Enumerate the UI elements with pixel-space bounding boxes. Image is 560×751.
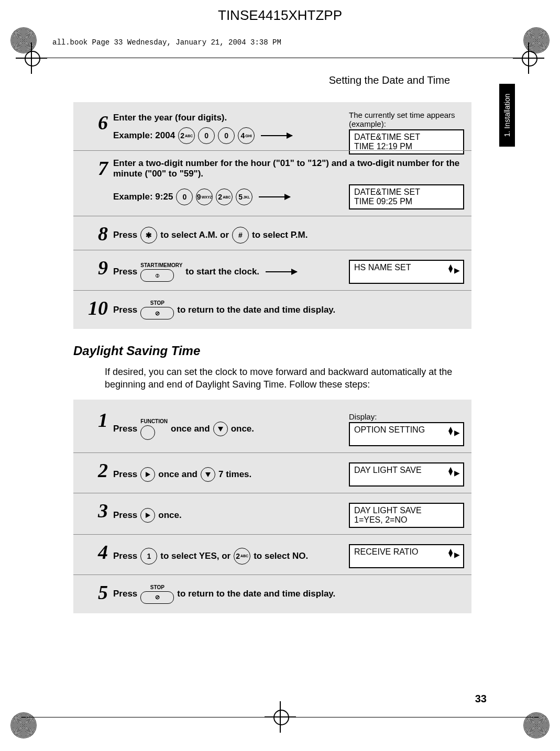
- arrow-icon: [266, 271, 297, 272]
- example-label: Example: 2004: [113, 130, 175, 141]
- key-2[interactable]: 2ABC: [178, 127, 195, 144]
- nav-arrows-icon: ▲▼▶: [447, 426, 460, 435]
- display-note: The currently set time appears (example)…: [349, 111, 464, 128]
- section-title: Daylight Saving Time: [73, 344, 471, 358]
- frame-line-bottom: [21, 717, 539, 717]
- nav-arrows-icon: ▲▼▶: [447, 548, 460, 557]
- key-2[interactable]: 2ABC: [216, 189, 233, 205]
- nav-right-button[interactable]: [140, 467, 155, 482]
- procedure-box-b: 1 Press FUNCTION once and once. Display:…: [73, 400, 471, 613]
- page-number: 33: [475, 693, 487, 705]
- step-number: 3: [79, 501, 108, 521]
- step-b2: 2 Press once and 7 times. DAY LIGHT SAVE…: [73, 452, 471, 489]
- key-9[interactable]: 9WXYZ: [196, 189, 213, 205]
- nav-right-button[interactable]: [140, 508, 155, 523]
- key-5[interactable]: 5JKL: [236, 189, 252, 205]
- step-text-part: once and: [158, 469, 197, 480]
- nav-down-button[interactable]: [213, 422, 228, 436]
- step-text-part: Press: [113, 230, 137, 240]
- stop-button[interactable]: STOP ⊘: [140, 300, 174, 319]
- step-text-part: to select A.M. or: [160, 230, 229, 240]
- step-text-part: Press: [113, 267, 137, 277]
- lcd-display: DATE&TIME SET TIME 09:25 PM: [349, 184, 464, 209]
- step-text-part: Press: [113, 551, 137, 561]
- nav-arrows-icon: ▲▼▶: [447, 264, 460, 273]
- lcd-display: DAY LIGHT SAVE 1=YES, 2=NO: [349, 503, 464, 528]
- step-text-part: once and: [171, 424, 210, 434]
- svg-marker-1: [146, 472, 150, 477]
- step-number: 1: [79, 410, 108, 430]
- step-number: 8: [79, 224, 108, 244]
- arrow-icon: [261, 135, 292, 136]
- key-0[interactable]: 0: [176, 189, 193, 205]
- step-text-part: 7 times.: [218, 469, 251, 480]
- step-text-part: Press: [113, 510, 137, 521]
- lcd-display: DAY LIGHT SAVE ▲▼▶: [349, 462, 464, 487]
- chapter-tab-label: 1. Installation: [503, 92, 511, 139]
- texture-top-left: [10, 27, 37, 53]
- step-number: 4: [79, 542, 108, 562]
- svg-marker-2: [205, 472, 211, 477]
- texture-top-right: [523, 27, 550, 53]
- step-number: 5: [79, 582, 108, 602]
- step-6: 6 Enter the year (four digits). Example:…: [73, 107, 471, 146]
- svg-marker-0: [218, 427, 223, 432]
- procedure-box-a: 6 Enter the year (four digits). Example:…: [73, 102, 471, 329]
- step-text-part: Press: [113, 469, 137, 480]
- step-number: 2: [79, 460, 108, 480]
- nav-arrows-icon: ▲▼▶: [447, 467, 460, 476]
- example-label: Example: 9:25: [113, 192, 173, 202]
- step-text-part: to return to the date and time display.: [177, 305, 335, 315]
- step-9: 9 Press START/MEMORY ⦶ to start the cloc…: [73, 250, 471, 286]
- key-star[interactable]: ✱: [140, 227, 157, 244]
- key-0[interactable]: 0: [218, 127, 235, 144]
- step-text-part: once.: [158, 510, 181, 521]
- step-number: 6: [79, 113, 108, 132]
- key-1[interactable]: 1: [140, 548, 157, 565]
- book-header-note: all.book Page 33 Wednesday, January 21, …: [52, 38, 281, 47]
- step-text-part: Press: [113, 305, 137, 315]
- step-text-part: to return to the date and time display.: [177, 589, 335, 599]
- function-button[interactable]: FUNCTION: [140, 418, 168, 440]
- frame-line-top: [21, 58, 539, 58]
- step-8: 8 Press ✱ to select A.M. or # to select …: [73, 216, 471, 246]
- step-text-part: to select YES, or: [160, 551, 230, 561]
- step-b3: 3 Press once. DAY LIGHT SAVE 1=YES, 2=NO: [73, 493, 471, 530]
- key-0[interactable]: 0: [198, 127, 215, 144]
- key-2[interactable]: 2ABC: [234, 548, 250, 565]
- step-10: 10 Press STOP ⊘ to return to the date an…: [73, 290, 471, 322]
- document-code: TINSE4415XHTZPP: [0, 7, 560, 24]
- page-header: Setting the Date and Time: [329, 74, 450, 86]
- step-text-part: Press: [113, 424, 137, 434]
- step-number: 7: [79, 158, 108, 178]
- step-number: 9: [79, 258, 108, 278]
- display-note: Display:: [349, 412, 464, 421]
- chapter-tab: 1. Installation: [499, 84, 515, 147]
- start-memory-button[interactable]: START/MEMORY ⦶: [140, 262, 182, 282]
- texture-bottom-left: [10, 712, 37, 738]
- section-paragraph: If desired, you can set the clock to mov…: [105, 366, 471, 391]
- page-content: 6 Enter the year (four digits). Example:…: [73, 102, 471, 613]
- step-7: 7 Enter a two-digit number for the hour …: [73, 150, 471, 212]
- key-4[interactable]: 4GHI: [238, 127, 255, 144]
- step-text-part: to start the clock.: [185, 267, 259, 277]
- step-text-part: to select NO.: [254, 551, 308, 561]
- stop-button[interactable]: STOP ⊘: [140, 584, 174, 604]
- lcd-display: HS NAME SET ▲▼▶: [349, 260, 464, 284]
- arrow-icon: [259, 196, 290, 197]
- lcd-display: RECEIVE RATIO ▲▼▶: [349, 544, 464, 568]
- step-number: 10: [79, 298, 108, 318]
- step-b5: 5 Press STOP ⊘ to return to the date and…: [73, 575, 471, 606]
- step-text-part: to select P.M.: [252, 230, 308, 240]
- key-hash[interactable]: #: [232, 227, 249, 244]
- step-text-part: Press: [113, 589, 137, 599]
- step-text: Enter a two-digit number for the hour ("…: [113, 158, 464, 179]
- step-b4: 4 Press 1 to select YES, or 2ABC to sele…: [73, 534, 471, 570]
- svg-marker-3: [146, 513, 150, 518]
- texture-bottom-right: [523, 712, 550, 738]
- nav-down-button[interactable]: [201, 467, 215, 482]
- step-text-part: once.: [231, 424, 254, 434]
- lcd-display: OPTION SETTING ▲▼▶: [349, 422, 464, 446]
- step-b1: 1 Press FUNCTION once and once. Display:…: [73, 405, 471, 448]
